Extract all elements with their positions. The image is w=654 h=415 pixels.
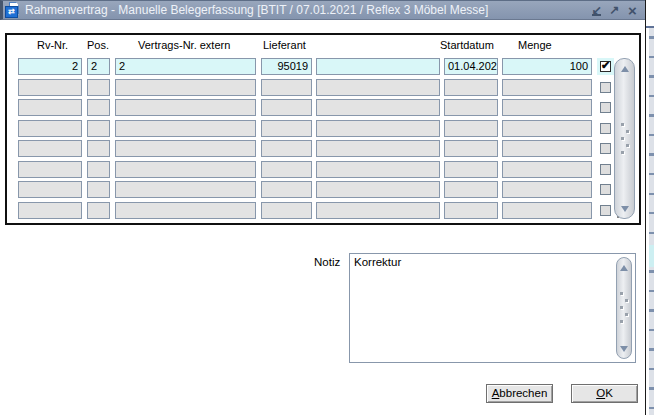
cell-lieferant[interactable] — [261, 202, 312, 219]
abbrechen-button[interactable]: Abbrechen — [486, 384, 553, 403]
cell-menge[interactable] — [502, 79, 592, 96]
cell-startdatum[interactable] — [444, 202, 498, 219]
cell-menge[interactable] — [502, 99, 592, 116]
cell-lieferant[interactable] — [261, 140, 312, 157]
cell-startdatum[interactable] — [444, 99, 498, 116]
row-select-checkbox[interactable] — [600, 102, 611, 113]
scroll-up-icon[interactable] — [615, 62, 634, 75]
maximize-window-icon[interactable]: ↗ — [607, 3, 622, 18]
row-checkbox-cell — [597, 58, 614, 75]
cell-lieferant-name[interactable] — [316, 99, 440, 116]
scrollbar-grip[interactable] — [620, 292, 623, 295]
cell-pos[interactable] — [87, 140, 110, 157]
notiz-text[interactable]: Korrektur — [354, 256, 613, 360]
column-header-lieferant: Lieferant — [263, 39, 306, 51]
window-title-bar[interactable]: ⇄ Rahmenvertrag - Manuelle Belegerfassun… — [0, 0, 645, 20]
cell-lieferant-name[interactable] — [316, 202, 440, 219]
row-select-checkbox[interactable] — [600, 82, 611, 93]
cell-startdatum[interactable]: 01.04.2021 — [444, 58, 498, 75]
cell-lieferant[interactable] — [261, 181, 312, 198]
column-header-vertrags-nr-extern: Vertrags-Nr. extern — [138, 39, 230, 51]
cell-menge[interactable] — [502, 181, 592, 198]
forms-document-icon: ⇄ — [5, 4, 19, 17]
cell-startdatum[interactable] — [444, 79, 498, 96]
cell-vertrags-nr-extern[interactable] — [115, 79, 256, 96]
cell-lieferant[interactable]: 95019 — [261, 58, 312, 75]
scrollbar-grip[interactable] — [621, 123, 624, 126]
window-title: Rahmenvertrag - Manuelle Belegerfassung … — [25, 3, 585, 17]
cell-menge[interactable] — [502, 161, 592, 178]
cell-vertrags-nr-extern[interactable] — [115, 181, 256, 198]
cell-menge[interactable] — [502, 140, 592, 157]
cell-lieferant-name[interactable] — [316, 120, 440, 137]
row-checkbox-cell — [597, 99, 614, 116]
ok-button[interactable]: OK — [571, 384, 638, 403]
row-select-checkbox[interactable] — [600, 61, 611, 72]
cell-pos[interactable] — [87, 120, 110, 137]
row-checkbox-cell — [597, 79, 614, 96]
cell-vertrags-nr-extern[interactable] — [115, 99, 256, 116]
rahmenvertrag-grid-frame: Rv-Nr. Pos. Vertrags-Nr. extern Lieferan… — [5, 33, 641, 225]
column-header-menge: Menge — [518, 39, 552, 51]
cell-menge[interactable]: 100 — [502, 58, 592, 75]
cell-rv-nr[interactable]: 2 — [18, 58, 82, 75]
cell-startdatum[interactable] — [444, 140, 498, 157]
cell-vertrags-nr-extern[interactable] — [115, 161, 256, 178]
scroll-down-icon[interactable] — [615, 202, 634, 215]
cell-lieferant-name[interactable] — [316, 161, 440, 178]
cell-lieferant[interactable] — [261, 120, 312, 137]
row-select-checkbox[interactable] — [600, 123, 611, 134]
column-header-pos: Pos. — [87, 39, 109, 51]
cell-pos[interactable] — [87, 202, 110, 219]
cell-rv-nr[interactable] — [18, 140, 82, 157]
notiz-vertical-scrollbar[interactable] — [616, 257, 632, 359]
cell-rv-nr[interactable] — [18, 79, 82, 96]
cell-lieferant-name[interactable] — [316, 140, 440, 157]
cell-rv-nr[interactable] — [18, 161, 82, 178]
cell-pos[interactable] — [87, 99, 110, 116]
cell-lieferant[interactable] — [261, 161, 312, 178]
cell-menge[interactable] — [502, 120, 592, 137]
scroll-down-icon[interactable] — [617, 342, 631, 355]
cell-rv-nr[interactable] — [18, 120, 82, 137]
cell-rv-nr[interactable] — [18, 181, 82, 198]
cell-pos[interactable] — [87, 161, 110, 178]
row-checkbox-cell — [597, 181, 614, 198]
row-checkbox-cell — [597, 202, 614, 219]
row-select-checkbox[interactable] — [600, 143, 611, 154]
cell-pos[interactable]: 2 — [87, 58, 110, 75]
cell-startdatum[interactable] — [444, 161, 498, 178]
window-controls: ↙ ↗ × — [589, 3, 640, 18]
close-window-icon[interactable]: × — [625, 3, 640, 18]
cell-lieferant-name[interactable] — [316, 181, 440, 198]
cell-rv-nr[interactable] — [18, 99, 82, 116]
row-checkbox-cell — [597, 140, 614, 157]
notiz-field[interactable]: Korrektur — [349, 253, 636, 363]
cell-lieferant[interactable] — [261, 79, 312, 96]
notiz-label: Notiz — [314, 256, 340, 268]
app-icon-arrows: ⇄ — [5, 6, 18, 18]
cell-menge[interactable] — [502, 202, 592, 219]
row-select-checkbox[interactable] — [600, 184, 611, 195]
grid-vertical-scrollbar[interactable] — [614, 58, 635, 219]
column-header-startdatum: Startdatum — [440, 39, 494, 51]
cell-vertrags-nr-extern[interactable] — [115, 120, 256, 137]
iconify-window-icon[interactable]: ↙ — [589, 3, 604, 18]
cell-lieferant-name[interactable] — [316, 79, 440, 96]
cell-pos[interactable] — [87, 181, 110, 198]
row-select-checkbox[interactable] — [600, 164, 611, 175]
cell-vertrags-nr-extern[interactable]: 2 — [115, 58, 256, 75]
scroll-up-icon[interactable] — [617, 261, 631, 274]
row-select-checkbox[interactable] — [600, 205, 611, 216]
row-checkbox-cell — [597, 161, 614, 178]
row-checkbox-cell — [597, 120, 614, 137]
cell-pos[interactable] — [87, 79, 110, 96]
cell-startdatum[interactable] — [444, 181, 498, 198]
cell-rv-nr[interactable] — [18, 202, 82, 219]
cell-lieferant[interactable] — [261, 99, 312, 116]
cell-startdatum[interactable] — [444, 120, 498, 137]
cell-vertrags-nr-extern[interactable] — [115, 202, 256, 219]
cell-vertrags-nr-extern[interactable] — [115, 140, 256, 157]
cell-lieferant-name[interactable] — [316, 58, 440, 75]
background-window-sliver — [645, 0, 654, 415]
